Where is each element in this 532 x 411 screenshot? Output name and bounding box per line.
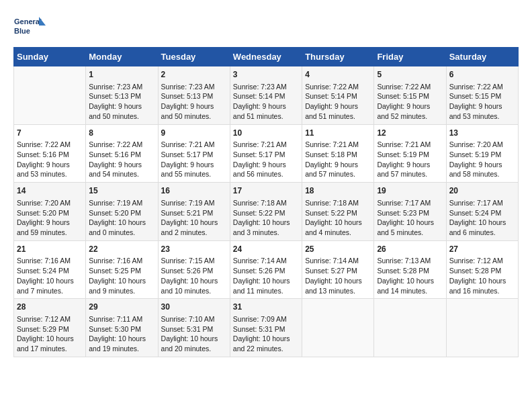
- day-number: 14: [17, 185, 83, 197]
- day-number: 10: [233, 128, 299, 139]
- calendar-cell: 19Sunrise: 7:17 AM Sunset: 5:23 PM Dayli…: [374, 183, 446, 241]
- cell-content: Sunrise: 7:21 AM Sunset: 5:17 PM Dayligh…: [161, 140, 227, 179]
- calendar-cell: 31Sunrise: 7:09 AM Sunset: 5:31 PM Dayli…: [230, 299, 302, 357]
- calendar-header-row: SundayMondayTuesdayWednesdayThursdayFrid…: [14, 48, 519, 66]
- cell-content: Sunrise: 7:22 AM Sunset: 5:15 PM Dayligh…: [449, 82, 515, 122]
- calendar-cell: 26Sunrise: 7:13 AM Sunset: 5:28 PM Dayli…: [374, 240, 446, 299]
- cell-content: Sunrise: 7:12 AM Sunset: 5:29 PM Dayligh…: [17, 314, 83, 354]
- cell-content: Sunrise: 7:22 AM Sunset: 5:16 PM Dayligh…: [17, 140, 83, 179]
- calendar-cell: 20Sunrise: 7:17 AM Sunset: 5:24 PM Dayli…: [446, 183, 518, 241]
- calendar-cell: 27Sunrise: 7:12 AM Sunset: 5:28 PM Dayli…: [446, 240, 518, 299]
- calendar-cell: 25Sunrise: 7:14 AM Sunset: 5:27 PM Dayli…: [302, 240, 374, 299]
- logo: General Blue: [13, 13, 47, 40]
- cell-content: Sunrise: 7:14 AM Sunset: 5:27 PM Dayligh…: [305, 256, 371, 295]
- calendar-cell: 29Sunrise: 7:11 AM Sunset: 5:30 PM Dayli…: [86, 299, 158, 357]
- calendar-cell: 30Sunrise: 7:10 AM Sunset: 5:31 PM Dayli…: [158, 299, 230, 357]
- header-saturday: Saturday: [446, 48, 518, 66]
- day-number: 21: [17, 244, 83, 255]
- calendar-cell: 3Sunrise: 7:23 AM Sunset: 5:14 PM Daylig…: [230, 66, 302, 125]
- calendar-cell: [14, 66, 86, 125]
- calendar-cell: 13Sunrise: 7:20 AM Sunset: 5:19 PM Dayli…: [446, 124, 518, 183]
- day-number: 18: [305, 185, 371, 197]
- cell-content: Sunrise: 7:15 AM Sunset: 5:26 PM Dayligh…: [161, 256, 227, 295]
- calendar-cell: 10Sunrise: 7:21 AM Sunset: 5:17 PM Dayli…: [230, 124, 302, 183]
- cell-content: Sunrise: 7:18 AM Sunset: 5:22 PM Dayligh…: [233, 198, 299, 238]
- calendar-cell: 23Sunrise: 7:15 AM Sunset: 5:26 PM Dayli…: [158, 240, 230, 299]
- cell-content: Sunrise: 7:18 AM Sunset: 5:22 PM Dayligh…: [305, 198, 371, 238]
- day-number: 15: [89, 185, 154, 197]
- calendar-cell: [446, 299, 518, 357]
- cell-content: Sunrise: 7:22 AM Sunset: 5:15 PM Dayligh…: [377, 82, 443, 122]
- day-number: 7: [17, 128, 83, 139]
- day-number: 1: [89, 69, 154, 81]
- cell-content: Sunrise: 7:16 AM Sunset: 5:25 PM Dayligh…: [89, 256, 154, 295]
- day-number: 28: [17, 302, 83, 313]
- header-monday: Monday: [86, 48, 158, 66]
- day-number: 8: [89, 128, 154, 139]
- cell-content: Sunrise: 7:22 AM Sunset: 5:16 PM Dayligh…: [89, 140, 154, 179]
- calendar-cell: 1Sunrise: 7:23 AM Sunset: 5:13 PM Daylig…: [86, 66, 158, 125]
- header-tuesday: Tuesday: [158, 48, 230, 66]
- day-number: 27: [449, 244, 515, 255]
- day-number: 25: [305, 244, 371, 255]
- day-number: 9: [161, 128, 227, 139]
- cell-content: Sunrise: 7:19 AM Sunset: 5:20 PM Dayligh…: [89, 198, 154, 238]
- day-number: 17: [233, 185, 299, 197]
- cell-content: Sunrise: 7:20 AM Sunset: 5:20 PM Dayligh…: [17, 198, 83, 238]
- calendar-cell: 8Sunrise: 7:22 AM Sunset: 5:16 PM Daylig…: [86, 124, 158, 183]
- calendar-cell: 2Sunrise: 7:23 AM Sunset: 5:13 PM Daylig…: [158, 66, 230, 125]
- cell-content: Sunrise: 7:11 AM Sunset: 5:30 PM Dayligh…: [89, 314, 154, 354]
- calendar-week-3: 14Sunrise: 7:20 AM Sunset: 5:20 PM Dayli…: [14, 183, 519, 241]
- cell-content: Sunrise: 7:23 AM Sunset: 5:14 PM Dayligh…: [233, 82, 299, 122]
- day-number: 3: [233, 69, 299, 81]
- cell-content: Sunrise: 7:23 AM Sunset: 5:13 PM Dayligh…: [89, 82, 154, 122]
- day-number: 23: [161, 244, 227, 255]
- calendar-week-5: 28Sunrise: 7:12 AM Sunset: 5:29 PM Dayli…: [14, 299, 519, 357]
- cell-content: Sunrise: 7:10 AM Sunset: 5:31 PM Dayligh…: [161, 314, 227, 354]
- calendar-cell: 6Sunrise: 7:22 AM Sunset: 5:15 PM Daylig…: [446, 66, 518, 125]
- svg-text:General: General: [14, 17, 42, 26]
- calendar-cell: 21Sunrise: 7:16 AM Sunset: 5:24 PM Dayli…: [14, 240, 86, 299]
- calendar-cell: 7Sunrise: 7:22 AM Sunset: 5:16 PM Daylig…: [14, 124, 86, 183]
- calendar-week-4: 21Sunrise: 7:16 AM Sunset: 5:24 PM Dayli…: [14, 240, 519, 299]
- calendar-week-2: 7Sunrise: 7:22 AM Sunset: 5:16 PM Daylig…: [14, 124, 519, 183]
- page-header: General Blue: [13, 13, 519, 40]
- cell-content: Sunrise: 7:13 AM Sunset: 5:28 PM Dayligh…: [377, 256, 443, 295]
- calendar-cell: 12Sunrise: 7:21 AM Sunset: 5:19 PM Dayli…: [374, 124, 446, 183]
- day-number: 29: [89, 302, 154, 313]
- calendar-cell: 15Sunrise: 7:19 AM Sunset: 5:20 PM Dayli…: [86, 183, 158, 241]
- day-number: 24: [233, 244, 299, 255]
- day-number: 26: [377, 244, 443, 255]
- day-number: 30: [161, 302, 227, 313]
- calendar-cell: 5Sunrise: 7:22 AM Sunset: 5:15 PM Daylig…: [374, 66, 446, 125]
- day-number: 2: [161, 69, 227, 81]
- header-thursday: Thursday: [302, 48, 374, 66]
- calendar-cell: 9Sunrise: 7:21 AM Sunset: 5:17 PM Daylig…: [158, 124, 230, 183]
- calendar-cell: 16Sunrise: 7:19 AM Sunset: 5:21 PM Dayli…: [158, 183, 230, 241]
- day-number: 16: [161, 185, 227, 197]
- header-sunday: Sunday: [14, 48, 86, 66]
- day-number: 11: [305, 128, 371, 139]
- svg-marker-2: [39, 17, 46, 26]
- day-number: 6: [449, 69, 515, 81]
- cell-content: Sunrise: 7:17 AM Sunset: 5:24 PM Dayligh…: [449, 198, 515, 238]
- day-number: 5: [377, 69, 443, 81]
- cell-content: Sunrise: 7:14 AM Sunset: 5:26 PM Dayligh…: [233, 256, 299, 295]
- calendar-cell: 17Sunrise: 7:18 AM Sunset: 5:22 PM Dayli…: [230, 183, 302, 241]
- cell-content: Sunrise: 7:21 AM Sunset: 5:18 PM Dayligh…: [305, 140, 371, 179]
- day-number: 22: [89, 244, 154, 255]
- calendar-cell: 22Sunrise: 7:16 AM Sunset: 5:25 PM Dayli…: [86, 240, 158, 299]
- svg-text:Blue: Blue: [14, 27, 30, 35]
- cell-content: Sunrise: 7:19 AM Sunset: 5:21 PM Dayligh…: [161, 198, 227, 238]
- cell-content: Sunrise: 7:21 AM Sunset: 5:19 PM Dayligh…: [377, 140, 443, 179]
- calendar-cell: 14Sunrise: 7:20 AM Sunset: 5:20 PM Dayli…: [14, 183, 86, 241]
- calendar-cell: 11Sunrise: 7:21 AM Sunset: 5:18 PM Dayli…: [302, 124, 374, 183]
- calendar-cell: 24Sunrise: 7:14 AM Sunset: 5:26 PM Dayli…: [230, 240, 302, 299]
- header-friday: Friday: [374, 48, 446, 66]
- calendar-cell: 28Sunrise: 7:12 AM Sunset: 5:29 PM Dayli…: [14, 299, 86, 357]
- cell-content: Sunrise: 7:20 AM Sunset: 5:19 PM Dayligh…: [449, 140, 515, 179]
- calendar-cell: 4Sunrise: 7:22 AM Sunset: 5:14 PM Daylig…: [302, 66, 374, 125]
- calendar-cell: [302, 299, 374, 357]
- calendar-week-1: 1Sunrise: 7:23 AM Sunset: 5:13 PM Daylig…: [14, 66, 519, 125]
- logo-svg: General Blue: [13, 13, 47, 40]
